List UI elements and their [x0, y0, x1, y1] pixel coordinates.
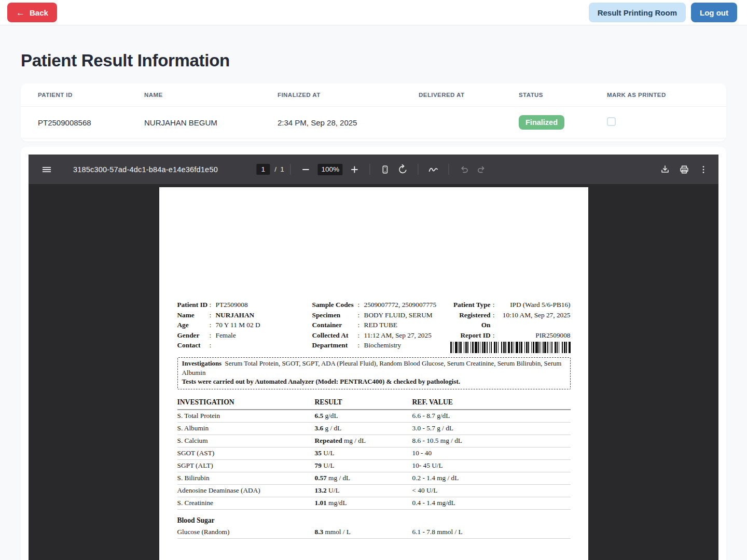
more-options-icon[interactable] — [695, 161, 712, 178]
barcode — [450, 342, 571, 353]
mark-as-printed-checkbox[interactable] — [607, 117, 616, 126]
zoom-out-icon[interactable] — [297, 161, 315, 178]
rotate-icon[interactable] — [394, 161, 412, 178]
toolbar-divider — [449, 164, 449, 175]
info-row: Report ID:PIR2509008 — [450, 330, 571, 341]
pdf-page-number-input[interactable]: 1 — [256, 164, 270, 175]
pdf-filename: 3185c300-57ad-4dc1-b84a-e14e36fd1e50 — [73, 165, 218, 174]
report-row: S. Bilirubin 0.57 mg / dL 0.2 - 1.4 mg /… — [177, 472, 571, 485]
column-header-finalized-at: FINALIZED AT — [278, 92, 419, 98]
investigations-list: Serum Total Protein, SGOT, SGPT, ADA (Pl… — [182, 360, 562, 376]
status-badge: Finalized — [519, 115, 564, 130]
info-row: Patient Type:IPD (Ward 5/6-PB16) — [450, 300, 571, 310]
info-row: Contact: — [177, 340, 312, 351]
pdf-menu-icon[interactable] — [38, 161, 56, 178]
info-row: Age:70 Y 11 M 02 D — [177, 320, 312, 330]
pdf-viewer-card: 3185c300-57ad-4dc1-b84a-e14e36fd1e50 1 /… — [21, 147, 726, 560]
analyzer-note: Tests were carried out by Automated Anal… — [182, 378, 460, 385]
column-header-patient-id: PATIENT ID — [38, 92, 144, 98]
logout-button[interactable]: Log out — [691, 3, 737, 22]
undo-icon[interactable] — [455, 161, 473, 178]
toolbar-divider — [418, 164, 419, 175]
pdf-embed: 3185c300-57ad-4dc1-b84a-e14e36fd1e50 1 /… — [29, 155, 718, 560]
report-row: S. Albumin 3.6 g / dL 3.0 - 5.7 g / dL — [177, 423, 571, 435]
back-button-label: Back — [30, 8, 48, 17]
pdf-zoom-level[interactable]: 100% — [318, 164, 343, 175]
zoom-in-icon[interactable] — [346, 161, 364, 178]
column-header-mark-as-printed: MARK AS PRINTED — [607, 92, 726, 98]
toolbar-divider — [290, 164, 291, 175]
pdf-toolbar: 3185c300-57ad-4dc1-b84a-e14e36fd1e50 1 /… — [29, 155, 718, 184]
patient-info-block: Patient ID:PT2509008 Name:NURJAHAN Age:7… — [177, 300, 571, 353]
info-row: Specimen:BODY FLUID, SERUM — [312, 310, 450, 320]
page-count-separator: / — [274, 165, 276, 173]
result-printing-room-button[interactable]: Result Printing Room — [589, 3, 686, 22]
info-row: Registered On:10:10 AM, Sep 27, 2025 — [450, 310, 571, 330]
report-row: SGPT (ALT) 79 U/L 10- 45 U/L — [177, 460, 571, 472]
top-bar: ← Back Result Printing Room Log out — [0, 0, 747, 25]
report-row: Glucose (Random) 8.3 mmol / L 6.1 - 7.8 … — [177, 526, 571, 539]
finalized-at-cell: 2:34 PM, Sep 28, 2025 — [278, 118, 419, 127]
fit-to-page-icon[interactable] — [377, 161, 394, 178]
report-section-header: Blood Sugar — [177, 510, 571, 526]
back-button[interactable]: ← Back — [7, 3, 57, 22]
annotate-icon[interactable] — [425, 161, 442, 178]
lab-report: Patient ID:PT2509008 Name:NURJAHAN Age:7… — [177, 300, 571, 539]
print-icon[interactable] — [675, 161, 693, 178]
summary-table-header: PATIENT ID NAME FINALIZED AT DELIVERED A… — [21, 83, 726, 107]
report-table-header: INVESTIGATION RESULT REF. VALUE — [177, 398, 571, 410]
info-row: Gender:Female — [177, 330, 312, 341]
info-row: Collected At:11:12 AM, Sep 27, 2025 — [312, 330, 450, 341]
investigations-label: Investigations — [182, 360, 222, 367]
pdf-total-pages: 1 — [280, 165, 284, 173]
pdf-document-area[interactable]: Patient ID:PT2509008 Name:NURJAHAN Age:7… — [29, 184, 718, 560]
info-row: Department:Biochemistry — [312, 340, 450, 351]
report-row: SGOT (AST) 35 U/L 10 - 40 — [177, 447, 571, 460]
report-row: Adenosine Deaminase (ADA) 13.2 U/L < 40 … — [177, 485, 571, 497]
column-header-delivered-at: DELIVERED AT — [419, 92, 519, 98]
patient-name-cell: NURJAHAN BEGUM — [144, 118, 278, 127]
report-results-table: INVESTIGATION RESULT REF. VALUE S. Total… — [177, 398, 571, 539]
page-title: Patient Result Information — [21, 51, 230, 71]
investigations-note: Investigations Serum Total Protein, SGOT… — [177, 357, 571, 389]
toolbar-divider — [370, 164, 370, 175]
redo-icon[interactable] — [473, 161, 491, 178]
back-arrow-icon: ← — [16, 8, 25, 17]
report-row: S. Calcium Repeated mg / dL 8.6 - 10.5 m… — [177, 435, 571, 447]
report-row: S. Total Protein 6.5 g/dL 6.6 - 8.7 g/dL — [177, 410, 571, 423]
column-header-status: STATUS — [519, 92, 607, 98]
topbar-actions: Result Printing Room Log out — [589, 3, 737, 22]
column-header-name: NAME — [144, 92, 278, 98]
info-row: Name:NURJAHAN — [177, 310, 312, 320]
report-row: S. Creatinine 1.01 mg/dL 0.4 - 1.4 mg/dL — [177, 497, 571, 510]
info-row: Sample Codes:2509007772, 2509007775 — [312, 300, 450, 310]
info-row: Container:RED TUBE — [312, 320, 450, 330]
download-icon[interactable] — [656, 161, 674, 178]
pdf-page: Patient ID:PT2509008 Name:NURJAHAN Age:7… — [159, 187, 588, 560]
info-row: Patient ID:PT2509008 — [177, 300, 312, 310]
patient-id-cell: PT2509008568 — [38, 118, 144, 127]
table-row: PT2509008568 NURJAHAN BEGUM 2:34 PM, Sep… — [21, 107, 726, 138]
patient-result-summary-card: PATIENT ID NAME FINALIZED AT DELIVERED A… — [21, 83, 726, 142]
